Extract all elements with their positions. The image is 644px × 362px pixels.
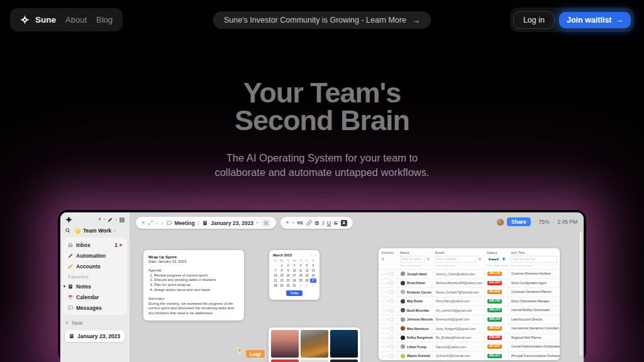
sidebar-item-messages[interactable]: Messages	[65, 302, 125, 313]
calendar-day[interactable]: 19	[304, 273, 310, 278]
chevron-down-icon[interactable]: ▾	[115, 218, 117, 221]
calendar-day[interactable]: 29	[279, 283, 285, 288]
calendar-day[interactable]: 14	[272, 273, 279, 278]
user-avatar[interactable]	[497, 219, 504, 226]
meeting-note-card[interactable]: Wrap Up Sprint Date: January 23, 2023 Ag…	[143, 250, 244, 321]
sidebar-item-active-document[interactable]: January 23, 2023	[65, 331, 125, 342]
calendar-day[interactable]: 6	[310, 263, 316, 268]
new-item-icon[interactable]: +	[98, 217, 101, 222]
underline-button[interactable]: U	[327, 220, 331, 226]
row-expand-icon[interactable]: ▾	[387, 272, 388, 275]
investor-banner[interactable]: Sune's Investor Community is Growing - L…	[213, 11, 431, 29]
calendar-day[interactable]: 27	[310, 278, 316, 283]
sidebar-item-calendar[interactable]: Calendar	[65, 292, 125, 302]
calendar-day[interactable]: 26	[304, 278, 310, 283]
text-color-button[interactable]: A	[341, 220, 347, 226]
calendar-day[interactable]: 5	[304, 263, 310, 268]
row-expand-icon[interactable]: ▾	[387, 327, 388, 330]
calendar-day[interactable]: 13	[310, 268, 316, 273]
table-row[interactable]: ⋯ ▾ Domenic Cassin Roma_Gerlach7@hotmail…	[379, 287, 560, 297]
table-row[interactable]: ⋯ ▾ Joseph Hand Jeremy_Carter@yahoo.com …	[379, 269, 560, 278]
row-menu-icon[interactable]: ⋯	[381, 272, 385, 276]
calendar-day[interactable]: 1	[297, 283, 304, 288]
filter-funnel-icon[interactable]	[381, 258, 385, 261]
gallery-image-underwater[interactable]	[330, 330, 358, 358]
sidebar-item-automation[interactable]: Automation	[65, 250, 125, 261]
bold-button[interactable]: B	[315, 220, 319, 226]
table-row[interactable]: ⋯ ▾ Max Harrelson Jena_Hoeger42@gmail.co…	[379, 324, 560, 333]
filter-funnel-icon[interactable]	[426, 258, 430, 261]
row-expand-icon[interactable]: ▾	[387, 309, 388, 312]
row-menu-icon[interactable]: ⋯	[381, 326, 385, 331]
calendar-day[interactable]: 12	[304, 268, 310, 273]
nav-link-blog[interactable]: Blog	[96, 15, 113, 25]
apps-grid-icon[interactable]	[119, 217, 125, 222]
calendar-day[interactable]: 11	[297, 268, 304, 273]
calendar-day[interactable]: 1	[279, 263, 285, 268]
chevron-down-icon[interactable]: ▾	[292, 221, 294, 224]
calendar-day[interactable]	[272, 263, 279, 268]
forward-icon[interactable]: ›	[161, 219, 163, 226]
search-icon[interactable]	[65, 228, 70, 233]
table-row[interactable]: ⋯ ▾ Wayne Schmidt Quinten53@hotmail.com …	[379, 351, 560, 361]
row-checkbox[interactable]	[390, 317, 394, 321]
calendar-day[interactable]: 3	[291, 263, 297, 268]
row-menu-icon[interactable]: ⋯	[381, 336, 385, 340]
outline-list-icon[interactable]	[262, 219, 270, 227]
gallery-image-mountain-rocks[interactable]	[301, 330, 328, 358]
calendar-day[interactable]: 30	[285, 283, 291, 288]
chevron-down-icon[interactable]: ▾	[257, 221, 258, 224]
canvas-scrollbar[interactable]	[580, 231, 582, 356]
breadcrumb-page[interactable]: Meeting	[175, 220, 195, 226]
share-button[interactable]: Share	[507, 217, 531, 226]
row-checkbox[interactable]	[390, 336, 394, 339]
table-row[interactable]: ⋯ ▾ Lillian Tromp Karson3@yahoo.com $57,…	[379, 342, 560, 351]
breadcrumb-document[interactable]: January 23, 2023	[211, 220, 253, 226]
link-icon[interactable]	[306, 220, 312, 226]
row-checkbox[interactable]	[390, 345, 394, 349]
calendar-day[interactable]: 18	[297, 273, 304, 278]
calendar-day[interactable]: 22	[279, 278, 285, 283]
column-menu-icon[interactable]: ⋮	[450, 251, 452, 255]
column-menu-icon[interactable]: ⋮	[414, 251, 417, 255]
column-menu-icon[interactable]: ⋮	[530, 251, 533, 255]
calendar-day[interactable]: 20	[310, 273, 316, 278]
calendar-day[interactable]: 15	[279, 273, 285, 278]
row-menu-icon[interactable]: ⋯	[381, 354, 385, 358]
row-expand-icon[interactable]: ▾	[387, 345, 388, 348]
row-menu-icon[interactable]: ⋯	[381, 299, 385, 304]
row-menu-icon[interactable]: ⋯	[381, 317, 385, 322]
calendar-prev-icon[interactable]: ‹	[311, 253, 312, 257]
row-checkbox[interactable]	[390, 309, 394, 312]
calendar-widget[interactable]: March 2023 ‹ › SuMoTuWeThFrSa12345678910…	[269, 250, 319, 300]
calendar-day[interactable]: 28	[272, 283, 279, 288]
insert-block-icon[interactable]: +	[286, 220, 289, 226]
salary-range-slider[interactable]	[489, 259, 499, 260]
italic-button[interactable]: I	[322, 220, 324, 226]
row-expand-icon[interactable]: ▾	[387, 336, 388, 339]
column-header-email[interactable]: Email ↑↓ ⋮	[433, 248, 484, 255]
filter-funnel-icon[interactable]	[502, 258, 506, 261]
job-title-filter-input[interactable]	[511, 256, 557, 263]
name-filter-input[interactable]	[400, 256, 425, 263]
row-expand-icon[interactable]: ▾	[387, 290, 388, 293]
sidebar-item-accounts[interactable]: Accounts	[65, 261, 125, 272]
row-checkbox[interactable]	[390, 299, 394, 303]
email-filter-input[interactable]	[435, 256, 477, 263]
team-switcher[interactable]: Team Work ▾	[75, 228, 116, 234]
row-checkbox[interactable]	[390, 354, 394, 358]
row-expand-icon[interactable]: ▾	[387, 354, 388, 358]
calendar-day[interactable]: 16	[285, 273, 291, 278]
table-row[interactable]: ⋯ ▾ Johnson Nitzsche Emerson43@gmail.com…	[379, 315, 560, 324]
column-header-job-title[interactable]: Job Title ↑↓ ⋮	[508, 248, 560, 255]
row-menu-icon[interactable]: ⋯	[381, 281, 385, 285]
row-checkbox[interactable]	[390, 290, 394, 294]
calendar-day[interactable]: 23	[285, 278, 291, 283]
app-logo-icon[interactable]	[65, 216, 72, 223]
calendar-next-icon[interactable]: ›	[314, 253, 316, 257]
row-menu-icon[interactable]: ⋯	[381, 344, 385, 349]
calendar-day[interactable]: 4	[297, 263, 304, 268]
calendar-day[interactable]: 7	[272, 268, 279, 273]
calendar-day[interactable]: 25	[297, 278, 304, 283]
image-gallery-card[interactable]	[269, 327, 360, 362]
